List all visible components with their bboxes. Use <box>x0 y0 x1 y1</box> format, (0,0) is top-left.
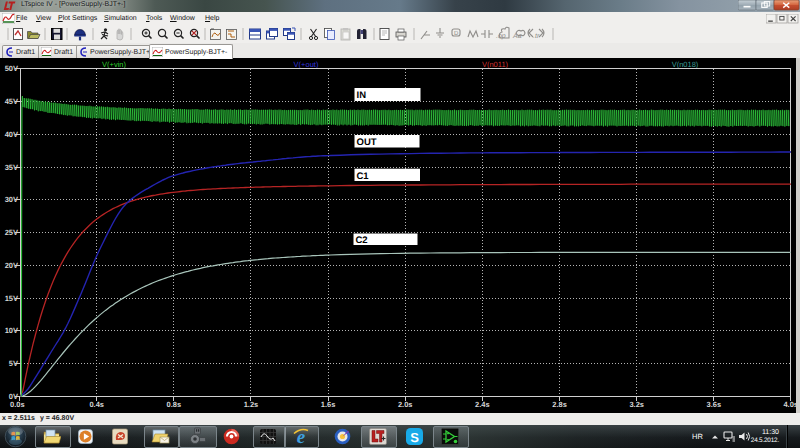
svg-text:35V: 35V <box>5 163 18 172</box>
svg-text:3.6s: 3.6s <box>707 400 722 409</box>
svg-text:2.0s: 2.0s <box>398 400 413 409</box>
svg-text:2.8s: 2.8s <box>552 400 567 409</box>
svg-text:0.8s: 0.8s <box>166 400 181 409</box>
svg-text:3.2s: 3.2s <box>629 400 644 409</box>
svg-text:10V: 10V <box>5 326 18 335</box>
svg-text:.op: .op <box>496 33 506 40</box>
svg-text:C1: C1 <box>357 171 370 182</box>
svg-text:0.4s: 0.4s <box>89 400 104 409</box>
svg-text:1.2s: 1.2s <box>244 400 259 409</box>
svg-text:V(n011): V(n011) <box>482 60 509 69</box>
svg-text:Aa: Aa <box>512 33 522 40</box>
svg-text:IN: IN <box>357 90 367 101</box>
svg-text:V(+out): V(+out) <box>294 60 319 69</box>
svg-text:D: D <box>454 30 459 37</box>
svg-text:1.6s: 1.6s <box>321 400 336 409</box>
svg-text:.tr: .tr <box>533 33 540 40</box>
svg-text:15V: 15V <box>5 294 18 303</box>
svg-text:50V: 50V <box>5 64 18 73</box>
svg-text:5V: 5V <box>9 359 18 368</box>
svg-text:30V: 30V <box>5 195 18 204</box>
svg-text:S: S <box>410 430 419 445</box>
svg-text:C2: C2 <box>356 235 368 246</box>
svg-text:OUT: OUT <box>357 137 377 148</box>
svg-text:45V: 45V <box>5 97 18 106</box>
svg-text:0.0s: 0.0s <box>10 400 25 409</box>
svg-text:25V: 25V <box>5 228 18 237</box>
svg-text:20V: 20V <box>5 261 18 270</box>
svg-text:2.4s: 2.4s <box>475 400 490 409</box>
svg-text:V(n018): V(n018) <box>672 60 699 69</box>
svg-text:V(+vin): V(+vin) <box>102 60 126 69</box>
svg-text:40V: 40V <box>5 130 18 139</box>
